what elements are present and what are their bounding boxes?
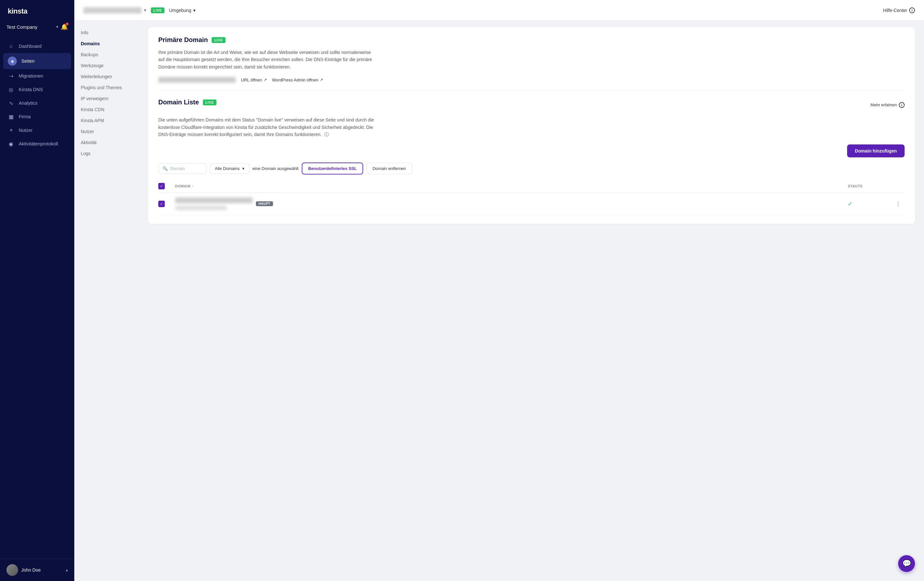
domain-list-info-icon: ⓘ <box>324 132 329 137</box>
primary-domain-header: Primäre Domain LIVE <box>158 36 904 44</box>
sidebar-item-nutzer[interactable]: ⌖ Nutzer <box>0 124 74 137</box>
sidebar-label-dashboard: Dashboard <box>19 44 42 49</box>
user-footer[interactable]: John Doe ▴ <box>0 559 74 581</box>
wp-admin-label: WordPress Admin öffnen <box>272 78 318 83</box>
avatar <box>7 564 18 576</box>
nutzer-icon: ⌖ <box>8 127 14 134</box>
section-divider <box>158 91 904 91</box>
more-info-link[interactable]: Mehr erfahren i <box>870 102 904 108</box>
primary-domain-live-badge: LIVE <box>211 37 225 43</box>
env-live-badge: LIVE <box>151 7 165 13</box>
main-content: ▾ LIVE Umgebung ▾ Hilfe-Center i Info Do… <box>74 0 924 581</box>
sidebar-label-kinsta-dns: Kinsta DNS <box>19 87 43 92</box>
sidebar-item-dashboard[interactable]: ⌂ Dashboard <box>0 40 74 53</box>
domain-actions: URL öffnen ↗ WordPress Admin öffnen ↗ <box>158 77 904 83</box>
company-name: Test Company <box>7 24 54 30</box>
env-selector[interactable]: Umgebung ▾ <box>169 8 195 13</box>
more-info-label: Mehr erfahren <box>870 102 897 107</box>
select-all-checkbox[interactable]: ✓ <box>158 183 165 189</box>
sidebar-label-firma: Firma <box>19 114 31 119</box>
env-chevron-icon: ▾ <box>193 8 195 13</box>
sidebar-label-nutzer: Nutzer <box>19 128 33 133</box>
topbar-right: Hilfe-Center i <box>883 7 915 13</box>
primary-domain-title: Primäre Domain <box>158 36 208 44</box>
topbar: ▾ LIVE Umgebung ▾ Hilfe-Center i <box>74 0 924 21</box>
primary-domain-url <box>158 77 236 83</box>
help-center-link[interactable]: Hilfe-Center i <box>883 7 915 13</box>
main-panel: Primäre Domain LIVE Ihre primäre Domain … <box>139 21 924 581</box>
remove-domain-button[interactable]: Domain entfernen <box>366 163 412 174</box>
domain-list-title: Domain Liste <box>158 99 199 106</box>
sec-nav-domains[interactable]: Domains <box>74 38 139 49</box>
sidebar-nav: ⌂ Dashboard ◈ Seiten ⇢ Migrationen ◎ Kin… <box>0 37 74 559</box>
site-chevron-icon: ▾ <box>144 8 146 13</box>
user-chevron-icon: ▴ <box>66 568 68 572</box>
sidebar-label-seiten: Seiten <box>21 58 35 64</box>
sidebar-item-kinsta-dns[interactable]: ◎ Kinsta DNS <box>0 83 74 96</box>
domain-list-title-area: Domain Liste LIVE <box>158 99 216 106</box>
ssl-button[interactable]: Benutzerdefiniertes SSL <box>302 163 363 175</box>
avatar-image <box>7 564 18 576</box>
sec-nav-plugins-themes[interactable]: Plugins und Themes <box>74 82 139 93</box>
logo-area: kinsta <box>0 0 74 21</box>
firma-icon: ▦ <box>8 114 14 120</box>
kinsta-logo: kinsta <box>8 7 66 15</box>
sidebar-item-migrationen[interactable]: ⇢ Migrationen <box>0 69 74 83</box>
site-name-blurred <box>83 7 142 13</box>
haupt-badge: Haupt <box>256 201 273 206</box>
domain-name-wrap <box>175 197 252 210</box>
domain-filter-dropdown[interactable]: Alle Domains ▾ <box>210 163 249 174</box>
domain-search-box[interactable]: 🔍 Domain <box>158 163 207 174</box>
sec-nav-info[interactable]: Info <box>74 27 139 38</box>
search-placeholder: Domain <box>170 166 185 171</box>
aktivitaet-icon: ◉ <box>8 140 14 147</box>
sec-nav-ip-verweigern[interactable]: IP verweigern <box>74 93 139 104</box>
sidebar-item-aktivitaetsprotokoll[interactable]: ◉ Aktivitätenprotokoll <box>0 137 74 150</box>
sec-nav-aktivitaet[interactable]: Aktivität <box>74 137 139 148</box>
company-selector[interactable]: Test Company ▾ 🔔 <box>0 21 74 37</box>
site-selector[interactable]: ▾ <box>83 7 146 13</box>
external-link-icon: ↗ <box>264 78 267 82</box>
chat-bubble-button[interactable]: 💬 <box>898 555 915 572</box>
wp-external-link-icon: ↗ <box>320 78 323 82</box>
col-domain-header: DOMAIN ↑ <box>175 184 843 188</box>
sec-nav-backups[interactable]: Backups <box>74 49 139 60</box>
secondary-sidebar: Info Domains Backups Werkzeuge Weiterlei… <box>74 21 139 581</box>
sidebar-item-analytics[interactable]: ∿ Analytics <box>0 96 74 110</box>
content-area: Info Domains Backups Werkzeuge Weiterlei… <box>74 21 924 581</box>
sec-nav-kinsta-cdn[interactable]: Kinsta CDN <box>74 104 139 115</box>
sidebar-item-seiten[interactable]: ◈ Seiten <box>3 53 71 69</box>
add-domain-button[interactable]: Domain hinzufügen <box>847 144 904 157</box>
table-header: ✓ DOMAIN ↑ STAUTS <box>158 180 904 193</box>
sidebar-item-firma[interactable]: ▦ Firma <box>0 110 74 124</box>
sec-nav-logs[interactable]: Logs <box>74 148 139 159</box>
sec-nav-nutzer[interactable]: Nutzer <box>74 126 139 137</box>
domain-list-header-row: Domain Liste LIVE Mehr erfahren i <box>158 99 904 111</box>
sec-nav-kinsta-apm[interactable]: Kinsta APM <box>74 115 139 126</box>
url-open-link[interactable]: URL öffnen ↗ <box>241 78 267 83</box>
dashboard-icon: ⌂ <box>8 43 14 50</box>
sec-nav-werkzeuge[interactable]: Werkzeuge <box>74 60 139 71</box>
notification-dot <box>66 23 68 25</box>
env-label-text: Umgebung <box>169 8 191 13</box>
status-cell: ✓ <box>848 200 886 208</box>
filter-label: Alle Domains <box>215 166 240 171</box>
domain-name-blurred-2 <box>175 206 227 210</box>
domain-toolbar: 🔍 Domain Alle Domains ▾ eine Domain ausg… <box>158 163 904 175</box>
sidebar: kinsta Test Company ▾ 🔔 ⌂ Dashboard ◈ Se… <box>0 0 74 581</box>
table-row: ✓ Haupt ✓ ⋮ <box>158 193 904 215</box>
primary-domain-desc: Ihre primäre Domain ist die Art und Weis… <box>158 49 378 71</box>
selected-count: eine Domain ausgewählt <box>252 166 299 171</box>
notification-bell-icon[interactable]: 🔔 <box>61 23 68 30</box>
row-checkbox[interactable]: ✓ <box>158 201 165 207</box>
seiten-icon: ◈ <box>8 56 17 66</box>
row-more-button[interactable]: ⋮ <box>892 200 904 208</box>
sidebar-label-analytics: Analytics <box>19 101 38 106</box>
sec-nav-weiterleitungen[interactable]: Weiterleitungen <box>74 71 139 82</box>
col-status-header: STAUTS <box>848 184 886 188</box>
wp-admin-link[interactable]: WordPress Admin öffnen ↗ <box>272 78 323 83</box>
sidebar-label-migrationen: Migrationen <box>19 73 43 79</box>
search-icon: 🔍 <box>163 166 168 171</box>
user-name: John Doe <box>21 568 63 573</box>
domain-list-desc: Die unten aufgeführten Domains mit dem S… <box>158 116 378 138</box>
